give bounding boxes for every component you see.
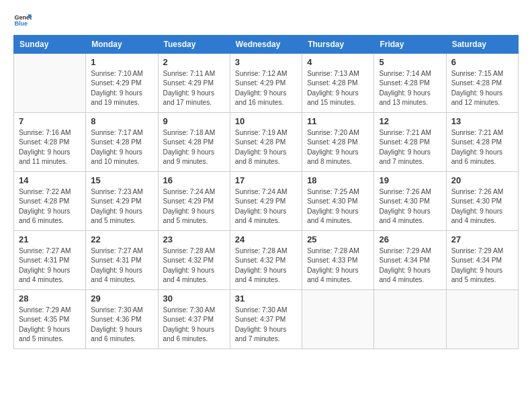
day-info: Sunrise: 7:26 AMSunset: 4:30 PMDaylight:… — [379, 187, 441, 226]
calendar-cell: 29Sunrise: 7:30 AMSunset: 4:36 PMDayligh… — [86, 290, 158, 349]
day-info: Sunrise: 7:12 AMSunset: 4:29 PMDaylight:… — [235, 69, 297, 107]
day-number: 30 — [163, 293, 225, 304]
day-number: 28 — [19, 293, 81, 304]
day-info: Sunrise: 7:21 AMSunset: 4:28 PMDaylight:… — [379, 128, 441, 167]
day-info: Sunrise: 7:24 AMSunset: 4:29 PMDaylight:… — [235, 187, 297, 226]
calendar-week-1: 1Sunrise: 7:10 AMSunset: 4:29 PMDaylight… — [14, 54, 519, 113]
calendar-week-4: 21Sunrise: 7:27 AMSunset: 4:31 PMDayligh… — [14, 231, 519, 290]
day-number: 4 — [307, 57, 369, 67]
day-number: 17 — [235, 175, 297, 185]
day-number: 6 — [451, 57, 513, 67]
calendar-week-3: 14Sunrise: 7:22 AMSunset: 4:28 PMDayligh… — [14, 172, 519, 231]
logo-icon: General Blue — [13, 11, 32, 30]
calendar-cell: 18Sunrise: 7:25 AMSunset: 4:30 PMDayligh… — [302, 172, 374, 231]
day-info: Sunrise: 7:30 AMSunset: 4:36 PMDaylight:… — [91, 306, 152, 344]
calendar-cell — [374, 290, 446, 349]
calendar-cell: 20Sunrise: 7:26 AMSunset: 4:30 PMDayligh… — [446, 172, 518, 231]
day-number: 10 — [235, 116, 297, 126]
calendar-cell: 27Sunrise: 7:29 AMSunset: 4:34 PMDayligh… — [446, 231, 518, 290]
day-info: Sunrise: 7:17 AMSunset: 4:28 PMDaylight:… — [91, 128, 152, 167]
calendar-cell: 11Sunrise: 7:20 AMSunset: 4:28 PMDayligh… — [302, 113, 374, 172]
calendar-header-row: SundayMondayTuesdayWednesdayThursdayFrid… — [14, 36, 519, 54]
calendar-cell: 25Sunrise: 7:28 AMSunset: 4:33 PMDayligh… — [302, 231, 374, 290]
day-number: 26 — [379, 234, 441, 244]
day-number: 19 — [379, 175, 441, 185]
calendar-cell: 5Sunrise: 7:14 AMSunset: 4:28 PMDaylight… — [374, 54, 446, 113]
day-number: 31 — [235, 293, 297, 304]
calendar-cell: 8Sunrise: 7:17 AMSunset: 4:28 PMDaylight… — [86, 113, 158, 172]
day-info: Sunrise: 7:28 AMSunset: 4:32 PMDaylight:… — [163, 246, 225, 285]
calendar-cell: 1Sunrise: 7:10 AMSunset: 4:29 PMDaylight… — [86, 54, 158, 113]
day-number: 11 — [307, 116, 369, 126]
calendar-cell: 30Sunrise: 7:30 AMSunset: 4:37 PMDayligh… — [158, 290, 230, 349]
calendar-cell — [446, 290, 518, 349]
day-info: Sunrise: 7:22 AMSunset: 4:28 PMDaylight:… — [19, 187, 81, 226]
day-number: 20 — [451, 175, 513, 185]
calendar-cell: 28Sunrise: 7:29 AMSunset: 4:35 PMDayligh… — [14, 290, 86, 349]
day-number: 5 — [379, 57, 441, 67]
day-number: 16 — [163, 175, 225, 185]
calendar-cell: 23Sunrise: 7:28 AMSunset: 4:32 PMDayligh… — [158, 231, 230, 290]
calendar-cell: 12Sunrise: 7:21 AMSunset: 4:28 PMDayligh… — [374, 113, 446, 172]
weekday-header-monday: Monday — [86, 36, 158, 54]
day-number: 29 — [91, 293, 152, 304]
calendar-week-2: 7Sunrise: 7:16 AMSunset: 4:28 PMDaylight… — [14, 113, 519, 172]
day-info: Sunrise: 7:18 AMSunset: 4:28 PMDaylight:… — [163, 128, 225, 167]
day-number: 13 — [451, 116, 513, 126]
calendar-cell: 26Sunrise: 7:29 AMSunset: 4:34 PMDayligh… — [374, 231, 446, 290]
day-info: Sunrise: 7:15 AMSunset: 4:28 PMDaylight:… — [451, 69, 513, 107]
calendar-cell: 17Sunrise: 7:24 AMSunset: 4:29 PMDayligh… — [230, 172, 302, 231]
calendar-cell: 16Sunrise: 7:24 AMSunset: 4:29 PMDayligh… — [158, 172, 230, 231]
day-info: Sunrise: 7:29 AMSunset: 4:34 PMDaylight:… — [451, 246, 513, 285]
day-number: 12 — [379, 116, 441, 126]
calendar-cell: 22Sunrise: 7:27 AMSunset: 4:31 PMDayligh… — [86, 231, 158, 290]
calendar-cell: 6Sunrise: 7:15 AMSunset: 4:28 PMDaylight… — [446, 54, 518, 113]
day-info: Sunrise: 7:14 AMSunset: 4:28 PMDaylight:… — [379, 69, 441, 107]
day-number: 27 — [451, 234, 513, 244]
day-number: 18 — [307, 175, 369, 185]
day-info: Sunrise: 7:26 AMSunset: 4:30 PMDaylight:… — [451, 187, 513, 226]
logo: General Blue — [13, 11, 35, 30]
calendar-cell: 13Sunrise: 7:21 AMSunset: 4:28 PMDayligh… — [446, 113, 518, 172]
calendar-cell: 19Sunrise: 7:26 AMSunset: 4:30 PMDayligh… — [374, 172, 446, 231]
day-info: Sunrise: 7:29 AMSunset: 4:35 PMDaylight:… — [19, 306, 81, 344]
calendar-cell: 21Sunrise: 7:27 AMSunset: 4:31 PMDayligh… — [14, 231, 86, 290]
calendar-cell: 7Sunrise: 7:16 AMSunset: 4:28 PMDaylight… — [14, 113, 86, 172]
day-info: Sunrise: 7:23 AMSunset: 4:29 PMDaylight:… — [91, 187, 152, 226]
day-info: Sunrise: 7:19 AMSunset: 4:28 PMDaylight:… — [235, 128, 297, 167]
weekday-header-tuesday: Tuesday — [158, 36, 230, 54]
day-number: 7 — [19, 116, 81, 126]
day-number: 21 — [19, 234, 81, 244]
day-number: 1 — [91, 57, 152, 67]
day-info: Sunrise: 7:29 AMSunset: 4:34 PMDaylight:… — [379, 246, 441, 285]
svg-text:Blue: Blue — [14, 20, 28, 27]
day-info: Sunrise: 7:10 AMSunset: 4:29 PMDaylight:… — [91, 69, 152, 107]
day-info: Sunrise: 7:16 AMSunset: 4:28 PMDaylight:… — [19, 128, 81, 167]
day-info: Sunrise: 7:13 AMSunset: 4:28 PMDaylight:… — [307, 69, 369, 107]
weekday-header-saturday: Saturday — [446, 36, 518, 54]
day-number: 9 — [163, 116, 225, 126]
calendar-cell: 10Sunrise: 7:19 AMSunset: 4:28 PMDayligh… — [230, 113, 302, 172]
day-info: Sunrise: 7:30 AMSunset: 4:37 PMDaylight:… — [235, 306, 297, 344]
day-info: Sunrise: 7:25 AMSunset: 4:30 PMDaylight:… — [307, 187, 369, 226]
day-number: 22 — [91, 234, 152, 244]
page-header: General Blue — [13, 11, 519, 30]
day-info: Sunrise: 7:30 AMSunset: 4:37 PMDaylight:… — [163, 306, 225, 344]
day-info: Sunrise: 7:28 AMSunset: 4:33 PMDaylight:… — [307, 246, 369, 285]
weekday-header-sunday: Sunday — [14, 36, 86, 54]
day-info: Sunrise: 7:21 AMSunset: 4:28 PMDaylight:… — [451, 128, 513, 167]
calendar-cell: 31Sunrise: 7:30 AMSunset: 4:37 PMDayligh… — [230, 290, 302, 349]
calendar-cell: 9Sunrise: 7:18 AMSunset: 4:28 PMDaylight… — [158, 113, 230, 172]
calendar-cell: 4Sunrise: 7:13 AMSunset: 4:28 PMDaylight… — [302, 54, 374, 113]
day-info: Sunrise: 7:11 AMSunset: 4:29 PMDaylight:… — [163, 69, 225, 107]
calendar-cell: 14Sunrise: 7:22 AMSunset: 4:28 PMDayligh… — [14, 172, 86, 231]
calendar-cell — [302, 290, 374, 349]
day-number: 2 — [163, 57, 225, 67]
calendar-table: SundayMondayTuesdayWednesdayThursdayFrid… — [13, 35, 519, 349]
day-info: Sunrise: 7:20 AMSunset: 4:28 PMDaylight:… — [307, 128, 369, 167]
day-number: 14 — [19, 175, 81, 185]
day-info: Sunrise: 7:24 AMSunset: 4:29 PMDaylight:… — [163, 187, 225, 226]
day-info: Sunrise: 7:28 AMSunset: 4:32 PMDaylight:… — [235, 246, 297, 285]
calendar-cell: 24Sunrise: 7:28 AMSunset: 4:32 PMDayligh… — [230, 231, 302, 290]
day-info: Sunrise: 7:27 AMSunset: 4:31 PMDaylight:… — [19, 246, 81, 285]
